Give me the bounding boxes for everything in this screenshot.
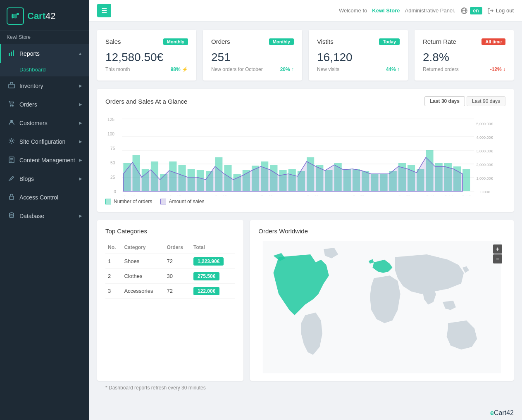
logo-icon bbox=[7, 7, 24, 25]
table-row: 3 Accessories 72 122.00€ bbox=[105, 284, 235, 299]
row1-no: 1 bbox=[105, 254, 122, 269]
sidebar-item-content-mgmt[interactable]: Content Management ▶ bbox=[0, 151, 89, 169]
return-badge: All time bbox=[481, 38, 505, 45]
svg-text:Sep 16: Sep 16 bbox=[215, 194, 227, 195]
sidebar-item-blogs[interactable]: Blogs ▶ bbox=[0, 169, 89, 188]
row1-category: Shoes bbox=[122, 254, 164, 269]
row2-no: 2 bbox=[105, 269, 122, 284]
database-icon bbox=[8, 212, 15, 220]
svg-rect-2 bbox=[11, 52, 12, 56]
footer-logo-text: eCart42 bbox=[490, 409, 514, 417]
sidebar: CartCart4242 Kewl Store Reports ▲ Dashbo… bbox=[0, 0, 89, 420]
svg-text:1,000.00€: 1,000.00€ bbox=[476, 176, 493, 180]
row1-total: 1,223.90€ bbox=[191, 254, 235, 269]
svg-rect-3 bbox=[13, 50, 14, 56]
chart-svg: 0 25 50 75 100 125 0.00€ 1,000.00€ 2,000… bbox=[105, 113, 505, 195]
row2-category: Clothes bbox=[122, 269, 164, 284]
col-category: Category bbox=[122, 241, 164, 254]
map-zoom-out[interactable]: − bbox=[493, 254, 502, 263]
sidebar-item-inventory-label: Inventory bbox=[19, 83, 43, 89]
svg-text:4,000.00€: 4,000.00€ bbox=[476, 135, 493, 140]
svg-text:50: 50 bbox=[110, 161, 115, 165]
svg-point-8 bbox=[11, 140, 13, 142]
sidebar-item-inventory[interactable]: Inventory ▶ bbox=[0, 76, 89, 95]
globe-icon bbox=[460, 7, 468, 14]
inventory-chevron: ▶ bbox=[79, 83, 82, 88]
sidebar-item-orders[interactable]: Orders ▶ bbox=[0, 95, 89, 114]
main-area: ☰ Welcome to Kewl Store Administrative P… bbox=[89, 0, 522, 420]
orders-title: Orders bbox=[211, 38, 230, 45]
sidebar-item-access-control[interactable]: Access Control bbox=[0, 188, 89, 206]
svg-text:Oct 7: Oct 7 bbox=[462, 194, 471, 195]
chart-legend: Number of orders Amount of sales bbox=[105, 199, 505, 204]
top-categories-section: Top Categories No. Category Orders Total… bbox=[97, 220, 243, 381]
stat-card-orders: Orders Monthly 251 New orders for Octobe… bbox=[203, 30, 302, 81]
sidebar-item-content-mgmt-label: Content Management bbox=[19, 157, 75, 164]
orders-value: 251 bbox=[211, 51, 294, 64]
chart-buttons: Last 30 days Last 90 days bbox=[424, 96, 505, 106]
store-name: Kewl Store bbox=[0, 31, 89, 44]
svg-text:Sep 19: Sep 19 bbox=[261, 194, 273, 195]
svg-text:0.00€: 0.00€ bbox=[481, 190, 490, 194]
sidebar-item-database[interactable]: Database ▶ bbox=[0, 206, 89, 225]
logout-button[interactable]: Log out bbox=[487, 7, 514, 14]
svg-text:Sep 13: Sep 13 bbox=[169, 194, 181, 195]
return-change: -12% ↓ bbox=[490, 66, 505, 72]
sales-label: This month bbox=[105, 66, 130, 72]
table-row: 1 Shoes 72 1,223.90€ bbox=[105, 254, 235, 269]
sidebar-logo: CartCart4242 bbox=[0, 0, 89, 31]
content-mgmt-icon bbox=[8, 156, 15, 164]
sidebar-item-reports-label: Reports bbox=[19, 50, 40, 57]
svg-text:Oct 1: Oct 1 bbox=[426, 194, 435, 195]
svg-text:Sep 28: Sep 28 bbox=[398, 194, 410, 195]
svg-text:75: 75 bbox=[110, 146, 115, 151]
logout-icon bbox=[487, 7, 494, 14]
chart-title: Orders and Sales At a Glance bbox=[105, 98, 187, 105]
legend-sales-label: Amount of sales bbox=[169, 199, 204, 204]
admin-text: Administrative Panel. bbox=[405, 7, 455, 14]
legend-orders: Number of orders bbox=[105, 199, 152, 204]
top-categories-title: Top Categories bbox=[105, 228, 235, 235]
chart-btn-90[interactable]: Last 90 days bbox=[467, 96, 505, 106]
blogs-chevron: ▶ bbox=[79, 176, 82, 181]
hamburger-button[interactable]: ☰ bbox=[97, 4, 111, 17]
welcome-text: Welcome to bbox=[339, 7, 367, 14]
orders-label: New orders for October bbox=[211, 66, 263, 72]
visits-label: New visits bbox=[317, 66, 339, 72]
return-title: Return Rate bbox=[423, 38, 456, 45]
table-row: 2 Clothes 30 275.50€ bbox=[105, 269, 235, 284]
sales-value: 12,580.50€ bbox=[105, 51, 188, 64]
customers-chevron: ▶ bbox=[79, 121, 82, 125]
map-zoom-in[interactable]: + bbox=[493, 244, 502, 254]
chart-btn-30[interactable]: Last 30 days bbox=[424, 96, 465, 106]
svg-point-6 bbox=[12, 105, 13, 106]
content-area: Sales Monthly 12,580.50€ This month 98% … bbox=[89, 21, 522, 406]
sales-change: 98% ⚡ bbox=[171, 66, 188, 72]
visits-badge: Today bbox=[379, 38, 400, 45]
svg-text:Oct 4: Oct 4 bbox=[444, 194, 453, 195]
svg-text:Sep 10: Sep 10 bbox=[123, 194, 135, 195]
sidebar-item-orders-label: Orders bbox=[19, 101, 37, 108]
sidebar-item-customers[interactable]: Customers ▶ bbox=[0, 114, 89, 132]
col-total: Total bbox=[191, 241, 235, 254]
categories-table: No. Category Orders Total 1 Shoes 72 1,2… bbox=[105, 241, 235, 299]
sidebar-item-site-config[interactable]: Site Configuration ▶ bbox=[0, 132, 89, 151]
sidebar-item-access-control-label: Access Control bbox=[19, 194, 58, 201]
content-mgmt-chevron: ▶ bbox=[79, 158, 82, 162]
svg-point-5 bbox=[10, 105, 11, 106]
language-selector[interactable]: en bbox=[460, 7, 482, 14]
store-link[interactable]: Kewl Store bbox=[372, 7, 400, 14]
svg-text:0: 0 bbox=[114, 190, 116, 194]
reports-chevron: ▲ bbox=[78, 51, 82, 56]
row2-orders: 30 bbox=[164, 269, 191, 284]
svg-point-0 bbox=[17, 13, 19, 15]
site-config-chevron: ▶ bbox=[79, 139, 82, 144]
orders-worldwide-section: Orders Worldwide + − bbox=[250, 220, 514, 381]
sidebar-item-dashboard[interactable]: Dashboard bbox=[0, 63, 89, 76]
row3-category: Accessories bbox=[122, 284, 164, 299]
return-value: 2.8% bbox=[423, 51, 505, 64]
sidebar-item-reports[interactable]: Reports ▲ bbox=[0, 44, 89, 63]
database-chevron: ▶ bbox=[79, 214, 82, 218]
legend-sales: Amount of sales bbox=[160, 199, 204, 204]
svg-rect-73 bbox=[462, 169, 470, 191]
